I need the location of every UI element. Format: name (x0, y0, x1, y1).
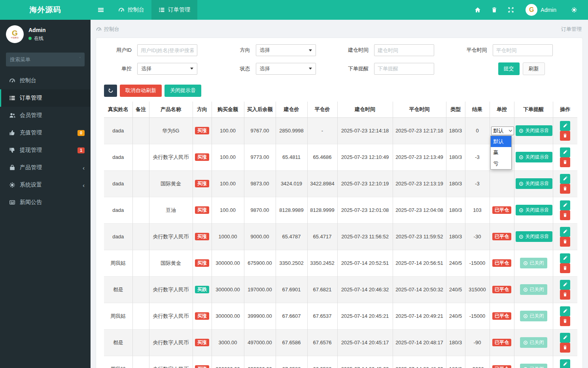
tab-dashboard[interactable]: 控制台 (111, 0, 151, 20)
edit-button[interactable] (560, 200, 570, 210)
delete-button[interactable] (560, 157, 570, 167)
edit-button[interactable] (560, 306, 570, 316)
cell-close-price: 67.6821 (307, 276, 337, 303)
mute-sound-button[interactable]: 关闭提示音 (516, 205, 552, 215)
tab-dashboard-label: 控制台 (128, 6, 144, 13)
mute-sound-button[interactable]: 关闭提示音 (516, 125, 552, 136)
trash-icon (491, 7, 497, 13)
sidebar-search-input[interactable] (10, 57, 79, 62)
sidebar-item-0[interactable]: 控制台 (0, 72, 91, 89)
cell-reminder: 关闭提示音 (514, 170, 553, 197)
mute-sound-button[interactable]: 关闭提示音 (516, 231, 552, 242)
delete-button[interactable] (560, 237, 570, 247)
direction-badge: 买涨 (195, 233, 209, 240)
newspaper-icon (9, 199, 15, 206)
cell-direction: 买涨 (193, 250, 212, 276)
edit-button[interactable] (560, 121, 570, 131)
sound-closed-button[interactable]: 已关闭 (520, 364, 547, 368)
edit-button[interactable] (560, 174, 570, 184)
direction-badge: 买涨 (195, 127, 209, 134)
cell-note (132, 276, 149, 303)
trash-icon (563, 160, 567, 164)
direction-badge: 买涨 (195, 180, 209, 187)
home-icon (475, 7, 481, 13)
edit-button[interactable] (560, 253, 570, 263)
cell-amount: 100.00 (212, 117, 244, 144)
sidebar-item-7[interactable]: 新闻公告 (0, 194, 91, 211)
delete-button[interactable] (560, 131, 570, 141)
control-select[interactable]: 默认 (491, 126, 514, 135)
control-status-badge: 已平仓 (492, 233, 511, 240)
cell-control: 已平仓 (490, 197, 514, 223)
filter-reminder-label: 下单提醒 (341, 65, 374, 72)
sound-closed-button[interactable]: 已关闭 (520, 311, 547, 321)
mute-all-sound-button[interactable]: 关闭提示音 (164, 85, 201, 97)
column-header: 单控 (490, 102, 514, 118)
trash-icon (563, 345, 567, 350)
cell-actions (553, 303, 577, 329)
table-row: 周我姑央行数字人民币买涨300000.00399900.0067.660767.… (104, 303, 577, 329)
trash-button[interactable] (486, 0, 503, 20)
tab-orders[interactable]: 订单管理 (151, 0, 197, 20)
sidebar-item-1[interactable]: 订单管理 (0, 89, 91, 107)
cell-note (132, 356, 149, 368)
control-dropdown-option[interactable]: 赢 (491, 147, 511, 158)
submit-button[interactable]: 提交 (498, 62, 520, 75)
edit-button[interactable] (560, 147, 570, 157)
sound-closed-button[interactable]: 已关闭 (520, 337, 547, 348)
topbar-username[interactable]: Admin (541, 7, 556, 13)
search-icon[interactable] (79, 57, 81, 62)
edit-button[interactable] (560, 359, 570, 368)
user-id-input[interactable] (137, 44, 197, 56)
sidebar-toggle-button[interactable] (91, 0, 111, 20)
sidebar-item-2[interactable]: 会员管理 (0, 107, 91, 124)
brand-logo[interactable]: 海外源码 (0, 0, 91, 20)
mute-sound-button[interactable]: 关闭提示音 (516, 152, 552, 162)
control-dropdown-option[interactable]: 默认 (491, 136, 511, 147)
user-avatar[interactable]: G (526, 4, 537, 16)
cancel-auto-refresh-button[interactable]: 取消自动刷新 (120, 85, 162, 97)
cell-result: -3 (465, 144, 490, 170)
sidebar-item-5[interactable]: 产品管理‹ (0, 159, 91, 176)
cell-close-price: 3350.2452 (307, 250, 337, 276)
sidebar-item-4[interactable]: 提现管理1 (0, 142, 91, 159)
caret-down-icon (190, 68, 193, 70)
control-dropdown-option[interactable]: 亏 (491, 158, 511, 169)
close-time-input[interactable] (493, 44, 553, 56)
cell-open-price: 3350.2502 (276, 250, 307, 276)
refresh-button[interactable]: 刷新 (523, 62, 545, 75)
edit-button[interactable] (560, 333, 570, 343)
settings-button[interactable] (566, 0, 582, 20)
sidebar-item-6[interactable]: 系统设置‹ (0, 176, 91, 194)
cell-open-time: 2025-07-23 12:10:19 (337, 170, 393, 197)
cell-open-price: 67.6901 (276, 276, 307, 303)
edit-button[interactable] (560, 280, 570, 290)
status-select[interactable]: 选择 (256, 63, 316, 75)
open-time-input[interactable] (374, 44, 434, 56)
sidebar-item-label: 系统设置 (20, 181, 83, 189)
delete-button[interactable] (560, 263, 570, 273)
cell-note (132, 250, 149, 276)
reminder-input[interactable] (374, 63, 434, 75)
control-filter-select[interactable]: 选择 (137, 63, 197, 75)
delete-button[interactable] (560, 316, 570, 326)
direction-select[interactable]: 选择 (256, 44, 316, 56)
sound-closed-button[interactable]: 已关闭 (520, 284, 547, 295)
breadcrumb-left[interactable]: 控制台 (104, 26, 119, 33)
delete-button[interactable] (560, 184, 570, 194)
sidebar-item-3[interactable]: 充值管理0 (0, 124, 91, 142)
delete-button[interactable] (560, 210, 570, 220)
filter-form: 用户ID 方向 选择 建仓时间 平仓时间 (104, 44, 575, 75)
home-button[interactable] (469, 0, 486, 20)
cell-close-time: 2025-07-23 12:13:19 (393, 170, 446, 197)
delete-button[interactable] (560, 343, 570, 353)
delete-button[interactable] (560, 290, 570, 300)
cell-amount: 300000.00 (212, 250, 244, 276)
fullscreen-button[interactable] (503, 0, 519, 20)
sound-closed-button[interactable]: 已关闭 (520, 258, 547, 268)
mute-sound-button[interactable]: 关闭提示音 (516, 178, 552, 189)
edit-button[interactable] (560, 227, 570, 237)
cell-type: 180/3 (446, 170, 465, 197)
trash-icon (563, 186, 567, 191)
reload-table-button[interactable] (104, 85, 117, 97)
